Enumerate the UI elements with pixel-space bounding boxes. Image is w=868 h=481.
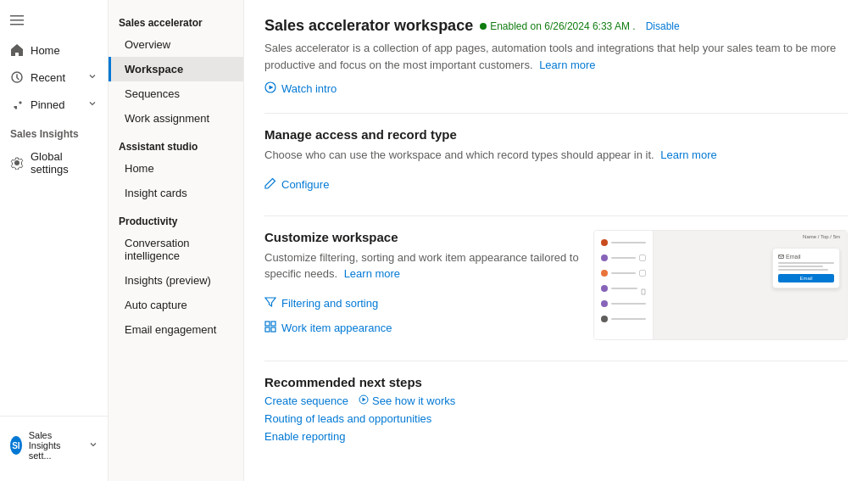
watch-intro-label: Watch intro	[281, 82, 337, 95]
customize-learn-more-link[interactable]: Learn more	[344, 267, 400, 280]
routing-link[interactable]: Routing of leads and opportunities	[264, 412, 431, 425]
customize-workspace-section: Customize workspace Customize filtering,…	[264, 230, 848, 340]
description-learn-more-link[interactable]: Learn more	[539, 59, 595, 71]
preview-row-4	[598, 283, 649, 294]
preview-line-5	[611, 303, 646, 305]
sidebar-item-overview[interactable]: Overview	[108, 32, 243, 57]
watch-intro-button[interactable]: Watch intro	[264, 81, 848, 96]
pin-icon	[10, 98, 24, 111]
preview-row-1	[598, 238, 649, 248]
see-how-label: See how it works	[372, 394, 455, 407]
filtering-sorting-label: Filtering and sorting	[281, 297, 378, 310]
svg-rect-0	[10, 15, 24, 17]
nav-pinned[interactable]: Pinned	[0, 91, 108, 118]
play-small-icon	[359, 394, 369, 407]
recommended-title: Recommended next steps	[264, 375, 848, 389]
nav-global-settings-label: Global settings	[31, 150, 97, 176]
sales-insights-section: Sales Insights	[0, 118, 108, 143]
nav-home[interactable]: Home	[0, 36, 108, 64]
configure-label: Configure	[281, 178, 329, 191]
page-header: Sales accelerator workspace Enabled on 6…	[264, 17, 848, 35]
preview-dot-purple	[601, 254, 608, 261]
manage-access-title: Manage access and record type	[264, 127, 848, 142]
work-item-appearance-link[interactable]: Work item appearance	[264, 317, 580, 338]
main-content: Sales accelerator workspace Enabled on 6…	[244, 0, 868, 481]
manage-access-desc-text: Choose who can use the workspace and whi…	[264, 148, 654, 161]
disable-link[interactable]: Disable	[646, 20, 680, 32]
customize-content: Customize workspace Customize filtering,…	[264, 230, 580, 338]
create-sequence-link[interactable]: Create sequence	[264, 394, 348, 407]
preview-line-1	[611, 242, 646, 243]
sidebar-item-auto-capture[interactable]: Auto capture	[108, 293, 243, 317]
status-badge: Enabled on 6/26/2024 6:33 AM .	[480, 20, 635, 32]
manage-access-learn-more-link[interactable]: Learn more	[660, 148, 716, 161]
divider-1	[264, 113, 848, 114]
filtering-sorting-link[interactable]: Filtering and sorting	[264, 293, 580, 314]
preview-email-btn: Email	[778, 274, 834, 282]
see-how-it-works-link[interactable]: See how it works	[359, 394, 455, 407]
preview-phone	[641, 285, 646, 292]
configure-link[interactable]: Configure	[264, 174, 848, 195]
hamburger-menu[interactable]	[0, 7, 108, 36]
enable-reporting-link[interactable]: Enable reporting	[264, 430, 345, 443]
gear-icon	[10, 156, 24, 170]
preview-row-3	[598, 268, 649, 278]
preview-line-2	[611, 257, 636, 259]
manage-access-section: Manage access and record type Choose who…	[264, 127, 848, 195]
nav-bottom-bar: SI Sales Insights sett...	[0, 416, 108, 474]
manage-access-desc: Choose who can use the workspace and whi…	[264, 147, 848, 164]
preview-top-text-1: Name / Top / 5m	[803, 234, 840, 239]
divider-2	[264, 215, 848, 216]
work-item-appearance-label: Work item appearance	[281, 322, 392, 334]
recommended-section: Recommended next steps Create sequence S…	[264, 375, 848, 443]
preview-right-panel: Name / Top / 5m Email Email	[654, 231, 847, 339]
rec-step-create-sequence: Create sequence See how it works	[264, 394, 848, 407]
page-description: Sales accelerator is a collection of app…	[264, 40, 848, 73]
filter-icon	[264, 296, 276, 310]
nav-global-settings[interactable]: Global settings	[0, 143, 108, 182]
preview-checkbox	[639, 254, 646, 261]
sidebar-item-work-assignment[interactable]: Work assignment	[108, 106, 243, 131]
sidebar-item-conversation-intelligence[interactable]: Conversation intelligence	[108, 231, 243, 268]
preview-dot-gray	[601, 316, 608, 322]
recommended-steps-list: Create sequence See how it works Routing…	[264, 394, 848, 443]
sidebar-item-sequences[interactable]: Sequences	[108, 81, 243, 106]
customize-desc-text: Customize filtering, sorting and work it…	[264, 251, 579, 281]
sidebar-item-home[interactable]: Home	[108, 156, 243, 181]
sidebar-item-insight-cards[interactable]: Insight cards	[108, 181, 243, 205]
page-title: Sales accelerator workspace	[264, 17, 473, 35]
preview-row-6	[598, 314, 649, 324]
pencil-icon	[264, 177, 276, 192]
preview-line-3	[611, 272, 636, 274]
bottom-chevron-icon	[89, 439, 97, 451]
preview-dot-orange	[601, 270, 608, 277]
status-text: Enabled on 6/26/2024 6:33 AM .	[490, 20, 635, 32]
bottom-sales-insights[interactable]: SI Sales Insights sett...	[0, 423, 108, 467]
grid-icon	[264, 321, 276, 335]
sidebar-item-workspace[interactable]: Workspace	[108, 57, 243, 81]
preview-dot-red	[601, 239, 608, 246]
svg-rect-2	[10, 24, 24, 25]
nav-recent[interactable]: Recent	[0, 64, 108, 91]
preview-checkbox-2	[639, 270, 646, 277]
assistant-studio-section-label: Assistant studio	[108, 131, 243, 156]
svg-rect-5	[265, 322, 270, 326]
rec-step-reporting: Enable reporting	[264, 430, 848, 443]
preview-email-lines	[778, 262, 834, 271]
email-line-2	[778, 266, 823, 267]
recent-icon	[10, 70, 24, 84]
svg-rect-9	[779, 254, 784, 258]
preview-list	[594, 231, 654, 339]
sidebar: Sales accelerator Overview Workspace Seq…	[108, 0, 244, 481]
preview-top-bar: Name / Top / 5m	[803, 234, 840, 239]
status-dot-icon	[480, 23, 487, 30]
rec-step-routing: Routing of leads and opportunities	[264, 412, 848, 425]
email-line-3	[778, 269, 828, 271]
recent-chevron-icon	[87, 71, 97, 84]
home-icon	[10, 43, 24, 57]
pinned-chevron-icon	[87, 98, 97, 111]
customize-row: Customize workspace Customize filtering,…	[264, 230, 848, 340]
nav-pinned-label: Pinned	[31, 98, 64, 111]
sidebar-item-email-engagement[interactable]: Email engagement	[108, 317, 243, 342]
sidebar-item-insights-preview[interactable]: Insights (preview)	[108, 268, 243, 293]
